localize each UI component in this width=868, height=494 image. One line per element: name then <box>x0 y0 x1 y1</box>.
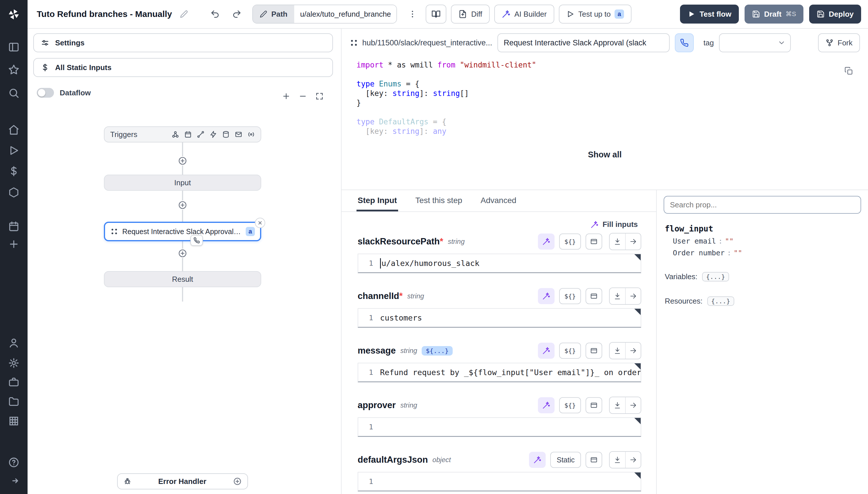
path-label[interactable]: Path <box>253 5 294 23</box>
help-icon[interactable] <box>8 457 20 468</box>
field-value-editor[interactable]: 1 <box>358 417 641 437</box>
result-node[interactable]: Result <box>104 271 261 287</box>
show-all-code-button[interactable]: Show all <box>576 145 633 164</box>
variables-icon[interactable] <box>8 166 20 177</box>
insert-step-button[interactable] <box>178 156 187 166</box>
undo-button[interactable] <box>206 5 223 23</box>
grid-menu-icon[interactable] <box>8 415 20 427</box>
runs-icon[interactable] <box>8 145 20 156</box>
tab-step-input[interactable]: Step Input <box>356 191 398 211</box>
editor-expand-button[interactable] <box>586 288 602 304</box>
arrow-right-button[interactable] <box>625 343 641 359</box>
tab-test-this-step[interactable]: Test this step <box>414 191 463 211</box>
field-value-editor[interactable]: 1 customers <box>358 308 641 328</box>
schedule-icon[interactable] <box>184 131 192 138</box>
insert-step-button[interactable] <box>178 201 187 210</box>
tag-select[interactable] <box>719 33 791 52</box>
search-prop-input[interactable] <box>664 196 861 214</box>
settings-gear-icon[interactable] <box>8 357 20 369</box>
expression-mode-button[interactable]: ${} <box>559 397 581 413</box>
ai-fill-field-button[interactable] <box>529 452 546 468</box>
expand-sidebar-icon[interactable] <box>8 475 20 487</box>
windmill-logo[interactable] <box>7 8 19 20</box>
arrow-right-button[interactable] <box>625 288 641 304</box>
suspend-approval-indicator[interactable] <box>190 235 203 246</box>
diff-button[interactable]: Diff <box>451 5 490 23</box>
apps-icon[interactable] <box>8 41 20 53</box>
plug-result-button[interactable] <box>610 452 625 468</box>
email-icon[interactable] <box>235 131 242 138</box>
insert-step-button[interactable] <box>178 249 187 258</box>
search-icon[interactable] <box>8 87 20 99</box>
hub-script-path[interactable]: hub/11500/slack/request_interactive... <box>350 38 492 48</box>
test-up-to-button[interactable]: Test up toa <box>559 5 631 23</box>
field-value-editor[interactable]: 1 Refund request by _${flow_input["User … <box>358 363 641 382</box>
error-handler-node[interactable]: Error Handler <box>117 473 248 489</box>
field-value-editor[interactable]: 1 u/alex/humorous_slack <box>358 253 641 273</box>
prop-item[interactable]: Order number:"" <box>673 249 861 257</box>
all-static-inputs-button[interactable]: All Static Inputs <box>33 58 333 77</box>
redo-button[interactable] <box>228 5 245 23</box>
home-icon[interactable] <box>8 124 20 136</box>
draft-button[interactable]: Draft⌘S <box>745 5 804 23</box>
docs-button[interactable] <box>426 5 446 23</box>
user-icon[interactable] <box>8 337 20 349</box>
copy-code-icon[interactable] <box>845 66 853 75</box>
expression-mode-button[interactable]: ${} <box>559 233 581 250</box>
flow-input-root[interactable]: flow_input <box>665 224 861 233</box>
ai-fill-field-button[interactable] <box>538 288 555 304</box>
arrow-right-button[interactable] <box>625 233 641 250</box>
edit-title-icon[interactable] <box>180 10 188 18</box>
path-input[interactable] <box>294 5 396 23</box>
favorites-star-icon[interactable] <box>8 64 20 75</box>
plug-result-button[interactable] <box>610 343 625 359</box>
plug-result-button[interactable] <box>610 233 625 250</box>
plug-result-button[interactable] <box>610 288 625 304</box>
zoom-out-icon[interactable] <box>298 92 307 100</box>
dataflow-toggle[interactable] <box>37 88 54 98</box>
fork-button[interactable]: Fork <box>818 33 860 52</box>
step-summary-input[interactable] <box>497 33 670 52</box>
arrow-right-button[interactable] <box>625 397 641 413</box>
create-plus-icon[interactable] <box>8 239 20 250</box>
field-value-editor[interactable]: 1 <box>358 472 641 491</box>
http-route-icon[interactable] <box>197 131 204 138</box>
workers-icon[interactable] <box>8 376 20 388</box>
remove-step-button[interactable] <box>255 218 265 228</box>
arrow-right-button[interactable] <box>625 452 641 468</box>
static-mode-button[interactable]: Static <box>550 452 581 468</box>
selected-step-node[interactable]: Request Interactive Slack Approval (... … <box>104 222 261 241</box>
fit-view-icon[interactable] <box>315 92 324 100</box>
prop-item[interactable]: User email:"" <box>673 237 861 245</box>
ai-fill-field-button[interactable] <box>538 397 555 413</box>
expression-mode-button[interactable]: ${} <box>559 343 581 359</box>
kafka-icon[interactable] <box>248 131 255 138</box>
postgres-icon[interactable] <box>222 131 230 138</box>
test-flow-button[interactable]: Test flow <box>680 5 739 23</box>
expression-mode-button[interactable]: ${} <box>559 288 581 304</box>
ai-fill-field-button[interactable] <box>538 343 555 359</box>
flow-settings-button[interactable]: Settings <box>33 33 333 52</box>
websocket-icon[interactable] <box>210 131 217 138</box>
suspend-approval-button[interactable] <box>675 33 694 52</box>
editor-expand-button[interactable] <box>586 343 602 359</box>
resources-icon[interactable] <box>8 187 20 198</box>
fill-inputs-button[interactable]: Fill inputs <box>587 218 641 231</box>
webhook-icon[interactable] <box>172 131 179 138</box>
deploy-button[interactable]: Deploy <box>809 5 861 23</box>
add-error-handler-icon[interactable] <box>233 477 242 486</box>
triggers-node[interactable]: Triggers <box>104 126 261 142</box>
zoom-in-icon[interactable] <box>282 92 291 100</box>
ai-fill-field-button[interactable] <box>538 233 555 250</box>
plug-result-button[interactable] <box>610 397 625 413</box>
editor-expand-button[interactable] <box>586 233 602 250</box>
folders-icon[interactable] <box>8 396 20 407</box>
schedules-icon[interactable] <box>8 221 20 232</box>
code-editor[interactable]: import * as wmill from "windmill-client"… <box>341 55 868 136</box>
ai-builder-button[interactable]: AI Builder <box>494 5 554 23</box>
input-node[interactable]: Input <box>104 175 261 191</box>
tab-advanced[interactable]: Advanced <box>479 191 517 211</box>
variables-expand-chip[interactable]: {...} <box>702 272 729 282</box>
editor-expand-button[interactable] <box>586 452 602 468</box>
more-menu-button[interactable] <box>404 5 421 23</box>
